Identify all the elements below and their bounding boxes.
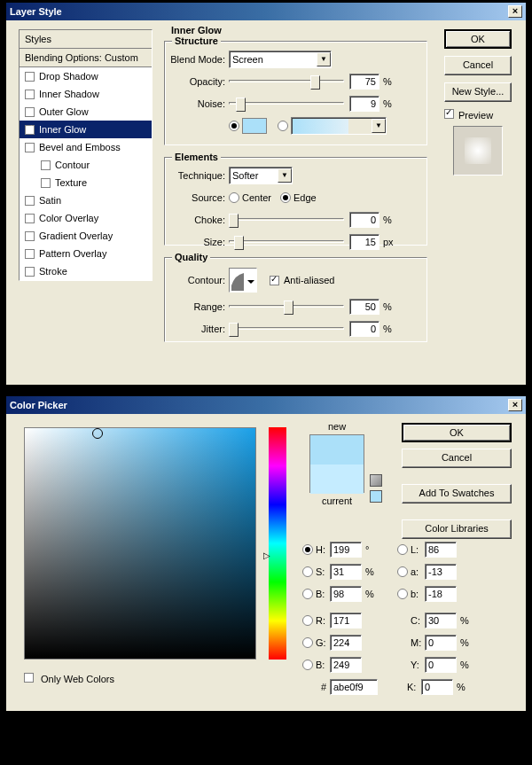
- choke-input[interactable]: [349, 212, 379, 228]
- web-colors-checkbox[interactable]: [24, 673, 34, 683]
- noise-slider[interactable]: [229, 96, 344, 112]
- blend-mode-label: Blend Mode:: [165, 54, 229, 65]
- r-radio[interactable]: [302, 615, 313, 626]
- cube-icon[interactable]: [370, 474, 382, 487]
- glow-color-radio[interactable]: [229, 121, 239, 131]
- titlebar[interactable]: Color Picker ×: [6, 396, 526, 414]
- s-radio[interactable]: [302, 566, 313, 577]
- opacity-input[interactable]: [349, 74, 379, 90]
- s-input[interactable]: [330, 564, 362, 580]
- chevron-down-icon: ▼: [372, 119, 386, 133]
- new-style-button[interactable]: New Style...: [444, 82, 512, 102]
- choke-slider[interactable]: [229, 212, 344, 228]
- g-radio[interactable]: [302, 637, 313, 648]
- a-input[interactable]: [425, 564, 457, 580]
- source-edge-radio[interactable]: [280, 192, 291, 203]
- b-radio[interactable]: [302, 589, 313, 599]
- size-label: Size:: [165, 237, 229, 247]
- c-input[interactable]: [425, 613, 457, 628]
- add-swatches-button[interactable]: Add To Swatches: [402, 484, 512, 503]
- checkbox-icon[interactable]: [25, 267, 35, 277]
- panel-title: Inner Glow: [171, 25, 222, 35]
- sidebar-item-pattern-overlay[interactable]: Pattern Overlay: [20, 245, 152, 262]
- size-input[interactable]: [349, 234, 379, 250]
- preview-checkbox[interactable]: [444, 109, 454, 119]
- size-slider[interactable]: [229, 234, 344, 250]
- glow-gradient-radio[interactable]: [278, 121, 288, 131]
- close-icon[interactable]: ×: [508, 399, 522, 411]
- titlebar[interactable]: Layer Style ×: [6, 3, 526, 20]
- l-input[interactable]: [425, 542, 457, 558]
- checkbox-icon[interactable]: [25, 72, 35, 82]
- hex-input[interactable]: [330, 679, 378, 695]
- sidebar-item-outer-glow[interactable]: Outer Glow: [20, 103, 152, 121]
- rgb-b-input[interactable]: [330, 657, 362, 673]
- checkbox-icon[interactable]: [25, 107, 35, 117]
- sidebar-item-satin[interactable]: Satin: [20, 191, 152, 209]
- checkbox-icon[interactable]: [25, 231, 35, 241]
- checkbox-icon[interactable]: [25, 214, 35, 223]
- checkbox-icon[interactable]: [25, 196, 35, 206]
- jitter-slider[interactable]: [229, 321, 344, 337]
- quality-group: Quality Contour: Anti-aliased Range: % J…: [164, 257, 427, 342]
- l-radio[interactable]: [397, 544, 408, 555]
- sidebar-item-color-overlay[interactable]: Color Overlay: [20, 209, 152, 227]
- contour-picker[interactable]: [229, 268, 257, 293]
- checkbox-icon[interactable]: [41, 160, 51, 170]
- ok-button[interactable]: OK: [402, 423, 512, 442]
- checkbox-icon[interactable]: [25, 90, 35, 99]
- sidebar-item-drop-shadow[interactable]: Drop Shadow: [20, 67, 152, 85]
- sidebar-item-contour[interactable]: Contour: [20, 156, 152, 174]
- color-compare[interactable]: [309, 434, 364, 493]
- contour-label: Contour:: [165, 275, 229, 285]
- title-text: Layer Style: [10, 6, 62, 17]
- source-label: Source:: [165, 192, 229, 203]
- cancel-button[interactable]: Cancel: [402, 449, 512, 468]
- g-input[interactable]: [330, 635, 362, 651]
- k-input[interactable]: [421, 679, 453, 695]
- h-radio[interactable]: [302, 544, 313, 555]
- a-radio[interactable]: [397, 566, 408, 577]
- range-slider[interactable]: [229, 299, 344, 315]
- jitter-input[interactable]: [349, 321, 379, 337]
- technique-select[interactable]: Softer▼: [229, 167, 293, 184]
- range-input[interactable]: [349, 299, 379, 315]
- source-center-radio[interactable]: [229, 192, 239, 203]
- m-input[interactable]: [425, 635, 457, 651]
- glow-color-swatch[interactable]: [242, 118, 267, 134]
- ok-button[interactable]: OK: [444, 29, 512, 49]
- sidebar-item-bevel[interactable]: Bevel and Emboss: [20, 138, 152, 156]
- structure-group: Structure Blend Mode: Screen▼ Opacity: %…: [164, 41, 427, 145]
- sidebar-item-inner-glow[interactable]: Inner Glow: [20, 121, 152, 138]
- b-input[interactable]: [330, 586, 362, 602]
- sidebar-item-texture[interactable]: Texture: [20, 174, 152, 191]
- rgb-b-radio[interactable]: [302, 660, 313, 670]
- blend-mode-select[interactable]: Screen▼: [229, 51, 332, 68]
- sidebar-header[interactable]: Styles: [20, 30, 152, 49]
- glow-gradient-select[interactable]: ▼: [291, 117, 387, 135]
- h-input[interactable]: [330, 542, 362, 558]
- hue-slider[interactable]: [269, 427, 286, 660]
- close-icon[interactable]: ×: [508, 5, 522, 18]
- checkbox-icon[interactable]: [25, 125, 35, 135]
- checkbox-icon[interactable]: [25, 143, 35, 152]
- jitter-label: Jitter:: [165, 324, 229, 334]
- lab-b-input[interactable]: [425, 586, 457, 602]
- sidebar-item-gradient-overlay[interactable]: Gradient Overlay: [20, 227, 152, 245]
- elements-legend: Elements: [172, 152, 221, 162]
- cancel-button[interactable]: Cancel: [444, 56, 512, 75]
- y-input[interactable]: [425, 657, 457, 673]
- lab-b-radio[interactable]: [397, 589, 408, 599]
- color-field[interactable]: [24, 427, 256, 660]
- sidebar-item-stroke[interactable]: Stroke: [20, 262, 152, 280]
- sidebar-item-inner-shadow[interactable]: Inner Shadow: [20, 85, 152, 103]
- r-input[interactable]: [330, 613, 362, 628]
- websafe-swatch-icon[interactable]: [370, 490, 382, 503]
- noise-label: Noise:: [165, 98, 229, 109]
- checkbox-icon[interactable]: [41, 178, 51, 188]
- checkbox-icon[interactable]: [25, 249, 35, 259]
- opacity-slider[interactable]: [229, 74, 344, 90]
- noise-input[interactable]: [349, 96, 379, 112]
- anti-aliased-checkbox[interactable]: [270, 276, 279, 285]
- sidebar-blending[interactable]: Blending Options: Custom: [20, 49, 152, 67]
